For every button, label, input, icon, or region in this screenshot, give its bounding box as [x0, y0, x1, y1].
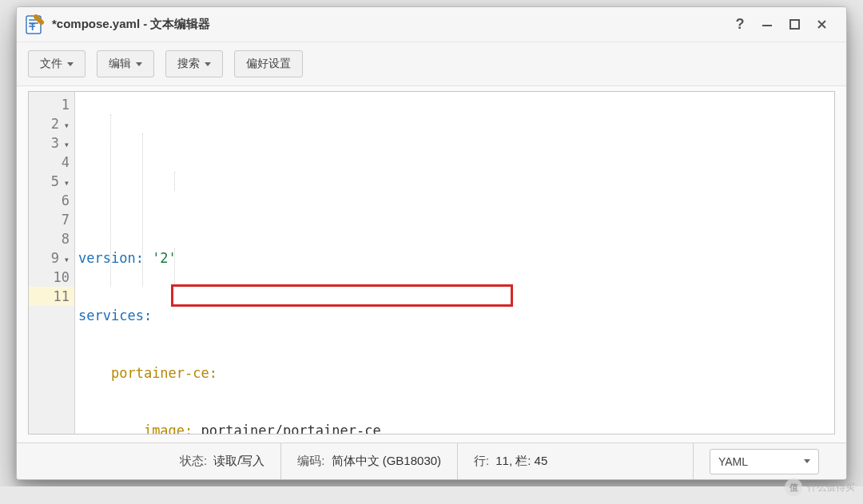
gutter-line: 1 — [29, 95, 74, 114]
edit-menu-button[interactable]: 编辑 — [97, 50, 154, 77]
minimize-button[interactable] — [754, 13, 781, 37]
code-area[interactable]: version: '2' services: portainer-ce: ima… — [75, 92, 834, 434]
status-state: 状态: 读取/写入 — [28, 443, 280, 479]
status-state-label: 状态: — [180, 454, 207, 469]
watermark-text: 什么值得买 — [807, 481, 855, 487]
chevron-down-icon — [205, 62, 211, 66]
status-position[interactable]: 行: 11, 栏: 45 — [457, 443, 563, 479]
code-line: image: portainer/portainer-ce — [75, 421, 834, 434]
edit-menu-label: 编辑 — [109, 57, 131, 71]
title-bar: T *compose.yaml - 文本编辑器 ? — [17, 7, 846, 42]
app-file-icon: T — [23, 14, 46, 36]
chevron-down-icon — [136, 62, 142, 66]
menu-toolbar: 文件 编辑 搜索 偏好设置 — [17, 42, 846, 86]
search-menu-button[interactable]: 搜索 — [165, 50, 223, 77]
gutter-line: 4 — [29, 153, 74, 172]
help-button[interactable]: ? — [726, 13, 754, 37]
gutter-line: 7 — [29, 210, 74, 229]
highlight-annotation-box — [171, 284, 513, 307]
status-state-value: 读取/写入 — [213, 454, 264, 469]
status-encoding[interactable]: 编码: 简体中文 (GB18030) — [280, 443, 457, 479]
gutter-line: 3▾ — [29, 133, 74, 153]
code-line: portainer-ce: — [75, 363, 834, 383]
close-icon — [817, 19, 827, 30]
code-line: services: — [75, 306, 834, 325]
gutter-line: 5▾ — [29, 172, 74, 191]
gutter-line: 9▾ — [29, 248, 74, 268]
preferences-label: 偏好设置 — [246, 57, 291, 71]
status-position-value: 11, 栏: 45 — [495, 454, 547, 469]
status-position-label: 行: — [474, 454, 489, 469]
status-encoding-label: 编码: — [297, 454, 324, 469]
watermark-logo-icon: 值 — [785, 478, 802, 486]
fold-icon[interactable]: ▾ — [62, 116, 70, 135]
close-button[interactable] — [808, 13, 835, 37]
gutter: 1 2▾ 3▾ 4 5▾ 6 7 8 9▾ 10 11 — [29, 92, 75, 434]
file-menu-label: 文件 — [40, 57, 62, 71]
gutter-line: 8 — [29, 229, 74, 248]
code-editor[interactable]: 1 2▾ 3▾ 4 5▾ 6 7 8 9▾ 10 11 version: '2'… — [28, 91, 835, 435]
chevron-down-icon — [804, 459, 810, 463]
preferences-button[interactable]: 偏好设置 — [234, 50, 303, 77]
gutter-line: 10 — [29, 268, 74, 287]
status-encoding-value: 简体中文 (GB18030) — [332, 454, 442, 469]
watermark: 值 什么值得买 — [785, 478, 855, 486]
fold-icon[interactable]: ▾ — [62, 250, 70, 269]
fold-icon[interactable]: ▾ — [62, 135, 70, 154]
status-bar: 状态: 读取/写入 编码: 简体中文 (GB18030) 行: 11, 栏: 4… — [17, 442, 846, 479]
gutter-line: 11 — [29, 287, 74, 306]
window-title: *compose.yaml - 文本编辑器 — [52, 17, 210, 32]
maximize-icon — [789, 19, 800, 30]
maximize-button[interactable] — [781, 13, 808, 37]
gutter-line: 2▾ — [29, 114, 74, 133]
fold-icon[interactable]: ▾ — [62, 173, 70, 192]
svg-rect-3 — [790, 20, 799, 29]
minimize-icon — [762, 19, 773, 30]
search-menu-label: 搜索 — [177, 57, 200, 71]
language-value: YAML — [718, 455, 748, 468]
editor-window: T *compose.yaml - 文本编辑器 ? 文件 编辑 搜索 — [16, 6, 847, 480]
language-dropdown[interactable]: YAML — [710, 449, 819, 474]
gutter-line: 6 — [29, 191, 74, 210]
file-menu-button[interactable]: 文件 — [28, 50, 86, 77]
svg-text:T: T — [30, 22, 36, 33]
svg-rect-2 — [762, 25, 772, 26]
chevron-down-icon — [67, 62, 74, 66]
code-line: version: '2' — [75, 248, 834, 268]
